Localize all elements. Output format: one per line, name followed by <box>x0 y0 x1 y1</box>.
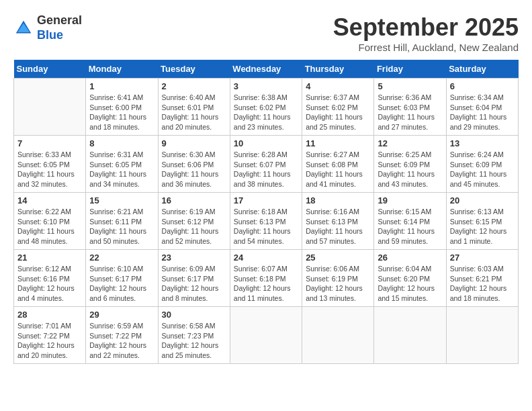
day-info: Sunrise: 6:19 AM Sunset: 6:12 PM Dayligh… <box>162 207 226 246</box>
calendar-cell: 22Sunrise: 6:10 AM Sunset: 6:17 PM Dayli… <box>86 250 158 307</box>
calendar-cell <box>374 307 446 364</box>
title-area: September 2025 Forrest Hill, Auckland, N… <box>333 13 519 53</box>
calendar-cell: 30Sunrise: 6:58 AM Sunset: 7:23 PM Dayli… <box>158 307 230 364</box>
day-info: Sunrise: 6:15 AM Sunset: 6:14 PM Dayligh… <box>378 207 442 246</box>
day-info: Sunrise: 6:40 AM Sunset: 6:01 PM Dayligh… <box>162 93 226 132</box>
day-number: 5 <box>378 81 442 91</box>
calendar-header-thursday: Thursday <box>302 60 374 79</box>
calendar-cell: 26Sunrise: 6:04 AM Sunset: 6:20 PM Dayli… <box>374 250 446 307</box>
calendar-cell: 6Sunrise: 6:34 AM Sunset: 6:04 PM Daylig… <box>446 79 518 136</box>
day-number: 21 <box>17 253 82 263</box>
day-number: 10 <box>234 138 298 148</box>
day-number: 14 <box>17 195 82 205</box>
day-number: 1 <box>89 81 154 91</box>
day-info: Sunrise: 6:33 AM Sunset: 6:05 PM Dayligh… <box>17 150 82 189</box>
day-number: 17 <box>234 195 298 205</box>
day-info: Sunrise: 6:27 AM Sunset: 6:08 PM Dayligh… <box>306 150 370 189</box>
location-text: Forrest Hill, Auckland, New Zealand <box>333 42 519 53</box>
day-info: Sunrise: 6:22 AM Sunset: 6:10 PM Dayligh… <box>17 207 82 246</box>
day-info: Sunrise: 7:01 AM Sunset: 7:22 PM Dayligh… <box>17 321 82 361</box>
day-number: 22 <box>89 253 154 263</box>
day-number: 3 <box>234 81 298 91</box>
logo-icon <box>13 18 34 38</box>
calendar-week-row: 1Sunrise: 6:41 AM Sunset: 6:00 PM Daylig… <box>14 79 519 136</box>
calendar-cell: 19Sunrise: 6:15 AM Sunset: 6:14 PM Dayli… <box>374 193 446 250</box>
day-number: 25 <box>306 253 370 263</box>
day-number: 29 <box>89 310 154 320</box>
day-info: Sunrise: 6:31 AM Sunset: 6:05 PM Dayligh… <box>89 150 154 189</box>
day-number: 20 <box>450 195 515 205</box>
month-title: September 2025 <box>333 13 519 42</box>
calendar-cell: 7Sunrise: 6:33 AM Sunset: 6:05 PM Daylig… <box>14 136 86 193</box>
calendar-cell: 4Sunrise: 6:37 AM Sunset: 6:02 PM Daylig… <box>302 79 374 136</box>
day-info: Sunrise: 6:41 AM Sunset: 6:00 PM Dayligh… <box>89 93 154 132</box>
day-number: 30 <box>162 310 226 320</box>
logo-general-text: General <box>37 13 82 27</box>
day-info: Sunrise: 6:03 AM Sunset: 6:21 PM Dayligh… <box>450 264 515 304</box>
day-info: Sunrise: 6:21 AM Sunset: 6:11 PM Dayligh… <box>89 207 154 246</box>
calendar-cell: 18Sunrise: 6:16 AM Sunset: 6:13 PM Dayli… <box>302 193 374 250</box>
calendar-cell: 28Sunrise: 7:01 AM Sunset: 7:22 PM Dayli… <box>14 307 86 364</box>
calendar-header-saturday: Saturday <box>446 60 518 79</box>
calendar-cell: 23Sunrise: 6:09 AM Sunset: 6:17 PM Dayli… <box>158 250 230 307</box>
calendar-header-tuesday: Tuesday <box>158 60 230 79</box>
day-info: Sunrise: 6:24 AM Sunset: 6:09 PM Dayligh… <box>450 150 515 189</box>
day-info: Sunrise: 6:13 AM Sunset: 6:15 PM Dayligh… <box>450 207 515 246</box>
day-info: Sunrise: 6:10 AM Sunset: 6:17 PM Dayligh… <box>89 264 154 304</box>
calendar-cell: 24Sunrise: 6:07 AM Sunset: 6:18 PM Dayli… <box>230 250 302 307</box>
calendar-cell: 21Sunrise: 6:12 AM Sunset: 6:16 PM Dayli… <box>14 250 86 307</box>
calendar-header-sunday: Sunday <box>14 60 86 79</box>
calendar-cell: 17Sunrise: 6:18 AM Sunset: 6:13 PM Dayli… <box>230 193 302 250</box>
calendar-cell: 12Sunrise: 6:25 AM Sunset: 6:09 PM Dayli… <box>374 136 446 193</box>
day-info: Sunrise: 6:38 AM Sunset: 6:02 PM Dayligh… <box>234 93 298 132</box>
calendar-header-wednesday: Wednesday <box>230 60 302 79</box>
day-info: Sunrise: 6:07 AM Sunset: 6:18 PM Dayligh… <box>234 264 298 304</box>
calendar-table: SundayMondayTuesdayWednesdayThursdayFrid… <box>13 60 519 364</box>
calendar-cell: 8Sunrise: 6:31 AM Sunset: 6:05 PM Daylig… <box>86 136 158 193</box>
day-number: 7 <box>17 138 82 148</box>
calendar-week-row: 7Sunrise: 6:33 AM Sunset: 6:05 PM Daylig… <box>14 136 519 193</box>
day-number: 23 <box>162 253 226 263</box>
day-info: Sunrise: 6:25 AM Sunset: 6:09 PM Dayligh… <box>378 150 442 189</box>
calendar-cell: 13Sunrise: 6:24 AM Sunset: 6:09 PM Dayli… <box>446 136 518 193</box>
calendar-cell: 29Sunrise: 6:59 AM Sunset: 7:22 PM Dayli… <box>86 307 158 364</box>
day-number: 9 <box>162 138 226 148</box>
day-number: 8 <box>89 138 154 148</box>
calendar-cell: 10Sunrise: 6:28 AM Sunset: 6:07 PM Dayli… <box>230 136 302 193</box>
day-info: Sunrise: 6:36 AM Sunset: 6:03 PM Dayligh… <box>378 93 442 132</box>
calendar-cell: 15Sunrise: 6:21 AM Sunset: 6:11 PM Dayli… <box>86 193 158 250</box>
page-header: General Blue September 2025 Forrest Hill… <box>13 13 519 53</box>
calendar-cell: 14Sunrise: 6:22 AM Sunset: 6:10 PM Dayli… <box>14 193 86 250</box>
day-number: 26 <box>378 253 442 263</box>
logo-blue-text: Blue <box>37 28 63 42</box>
day-info: Sunrise: 6:06 AM Sunset: 6:19 PM Dayligh… <box>306 264 370 304</box>
day-number: 15 <box>89 195 154 205</box>
day-info: Sunrise: 6:37 AM Sunset: 6:02 PM Dayligh… <box>306 93 370 132</box>
day-info: Sunrise: 6:30 AM Sunset: 6:06 PM Dayligh… <box>162 150 226 189</box>
calendar-cell <box>302 307 374 364</box>
day-info: Sunrise: 6:16 AM Sunset: 6:13 PM Dayligh… <box>306 207 370 246</box>
calendar-header-row: SundayMondayTuesdayWednesdayThursdayFrid… <box>14 60 519 79</box>
day-number: 19 <box>378 195 442 205</box>
day-info: Sunrise: 6:28 AM Sunset: 6:07 PM Dayligh… <box>234 150 298 189</box>
day-number: 11 <box>306 138 370 148</box>
day-info: Sunrise: 6:34 AM Sunset: 6:04 PM Dayligh… <box>450 93 515 132</box>
calendar-cell: 11Sunrise: 6:27 AM Sunset: 6:08 PM Dayli… <box>302 136 374 193</box>
calendar-header-friday: Friday <box>374 60 446 79</box>
calendar-header-monday: Monday <box>86 60 158 79</box>
calendar-cell <box>14 79 86 136</box>
day-number: 28 <box>17 310 82 320</box>
calendar-cell: 20Sunrise: 6:13 AM Sunset: 6:15 PM Dayli… <box>446 193 518 250</box>
day-number: 24 <box>234 253 298 263</box>
calendar-cell: 5Sunrise: 6:36 AM Sunset: 6:03 PM Daylig… <box>374 79 446 136</box>
day-info: Sunrise: 6:18 AM Sunset: 6:13 PM Dayligh… <box>234 207 298 246</box>
day-info: Sunrise: 6:59 AM Sunset: 7:22 PM Dayligh… <box>89 321 154 361</box>
day-info: Sunrise: 6:12 AM Sunset: 6:16 PM Dayligh… <box>17 264 82 304</box>
day-number: 16 <box>162 195 226 205</box>
calendar-cell: 25Sunrise: 6:06 AM Sunset: 6:19 PM Dayli… <box>302 250 374 307</box>
calendar-cell: 3Sunrise: 6:38 AM Sunset: 6:02 PM Daylig… <box>230 79 302 136</box>
day-number: 12 <box>378 138 442 148</box>
logo: General Blue <box>13 13 82 42</box>
day-info: Sunrise: 6:04 AM Sunset: 6:20 PM Dayligh… <box>378 264 442 304</box>
day-info: Sunrise: 6:58 AM Sunset: 7:23 PM Dayligh… <box>162 321 226 361</box>
